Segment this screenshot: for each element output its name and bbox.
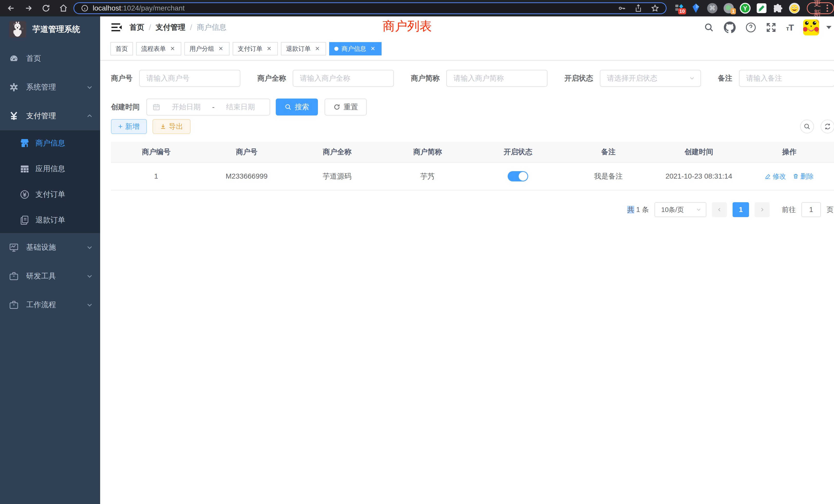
page-number-1[interactable]: 1 — [732, 202, 749, 217]
address-bar[interactable]: localhost:1024/pay/merchant — [73, 2, 666, 14]
short-name-input[interactable] — [446, 70, 547, 87]
sidebar-item-infrastructure[interactable]: 基础设施 — [0, 233, 100, 262]
app-logo-row[interactable]: 芋道管理系统 — [0, 17, 100, 42]
next-page-button[interactable] — [755, 202, 770, 217]
share-icon[interactable] — [635, 4, 642, 12]
app-title: 芋道管理系统 — [32, 24, 80, 35]
filter-label-merchant-no: 商户号 — [111, 73, 132, 83]
goto-label: 前往 — [782, 205, 796, 214]
tab-process-form[interactable]: 流程表单✕ — [136, 42, 181, 55]
font-size-icon[interactable]: тT — [786, 23, 793, 32]
close-icon[interactable]: ✕ — [217, 45, 224, 52]
sidebar-collapse-button[interactable] — [108, 19, 125, 36]
user-avatar[interactable] — [803, 20, 819, 36]
header-search-icon[interactable] — [704, 22, 714, 32]
breadcrumb-home[interactable]: 首页 — [129, 22, 144, 32]
search-button[interactable]: 搜索 — [276, 98, 318, 115]
browser-reload-button[interactable] — [39, 2, 53, 14]
filter-label-full-name: 商户全称 — [257, 73, 286, 83]
tab-refund-order[interactable]: 退款订单✕ — [281, 42, 326, 55]
page-size-select[interactable]: 10条/页 — [655, 202, 706, 217]
extension-y-icon[interactable]: Y — [740, 3, 751, 14]
back-arrow-icon — [7, 4, 16, 13]
tab-user-group[interactable]: 用户分组✕ — [184, 42, 229, 55]
page-size-value: 10条/页 — [661, 205, 696, 214]
remark-input[interactable] — [739, 70, 834, 87]
reset-button[interactable]: 重置 — [325, 98, 367, 115]
extension-tabs-icon[interactable]: 10 — [674, 3, 685, 14]
collapse-sidebar-icon — [111, 23, 122, 32]
sidebar-item-payment[interactable]: 支付管理 — [0, 101, 100, 130]
create-time-range-picker[interactable]: 开始日期 - 结束日期 — [146, 98, 270, 115]
close-icon[interactable]: ✕ — [314, 45, 321, 52]
download-icon — [160, 123, 167, 130]
total-count: 1 — [636, 206, 640, 213]
toggle-search-button[interactable] — [800, 120, 814, 134]
app-logo-rabbit — [9, 21, 26, 38]
home-icon — [59, 4, 68, 13]
column-header-create-time: 创建时间 — [654, 142, 744, 162]
goto-page-input[interactable] — [802, 202, 821, 217]
tab-home[interactable]: 首页 — [110, 42, 133, 55]
edit-link[interactable]: 修改 — [765, 172, 786, 181]
pagination-total: 共 1 条 — [627, 205, 649, 214]
calendar-icon — [153, 103, 160, 111]
github-icon[interactable] — [724, 22, 736, 33]
help-icon[interactable] — [745, 22, 756, 33]
sidebar-item-system[interactable]: 系统管理 — [0, 73, 100, 101]
browser-back-button[interactable] — [4, 2, 19, 14]
filter-label-create-time: 创建时间 — [111, 102, 140, 112]
add-button[interactable]: + 新增 — [111, 119, 147, 134]
sidebar-item-pay-order[interactable]: 支付订单 — [0, 182, 100, 207]
full-name-input[interactable] — [293, 70, 394, 87]
tab-merchant-info[interactable]: 商户信息✕ — [329, 42, 381, 55]
browser-update-button[interactable]: 更新 — [807, 2, 834, 14]
refresh-table-button[interactable] — [821, 120, 834, 134]
end-date-placeholder[interactable]: 结束日期 — [217, 102, 264, 112]
close-icon[interactable]: ✕ — [265, 45, 273, 52]
merchant-no-input[interactable] — [139, 70, 240, 87]
profile-emoji-avatar[interactable] — [789, 3, 800, 14]
extension-recorder-icon[interactable]: 1 — [723, 3, 734, 14]
fullscreen-icon[interactable] — [766, 22, 776, 32]
start-date-placeholder[interactable]: 开始日期 — [163, 102, 210, 112]
breadcrumb-separator: / — [149, 23, 151, 32]
sidebar-item-merchant-info[interactable]: 商户信息 — [0, 130, 100, 156]
page-info-icon[interactable] — [81, 4, 89, 12]
cell-full-name: 芋道源码 — [292, 163, 382, 190]
extension-command-icon[interactable]: ⌘ — [707, 3, 718, 14]
tab-pay-order[interactable]: 支付订单✕ — [233, 42, 278, 55]
sidebar-item-dev-tools[interactable]: 研发工具 — [0, 262, 100, 291]
column-header-status: 开启状态 — [473, 142, 563, 162]
browser-home-button[interactable] — [56, 2, 71, 14]
url-path: :1024/pay/merchant — [121, 4, 185, 12]
sidebar-item-workflow[interactable]: 工作流程 — [0, 291, 100, 319]
export-button[interactable]: 导出 — [153, 119, 191, 134]
bookmark-star-icon[interactable] — [651, 4, 659, 12]
close-icon[interactable]: ✕ — [369, 45, 376, 52]
chevron-down-icon — [86, 273, 93, 279]
status-toggle-on[interactable] — [508, 171, 528, 181]
breadcrumb-payment[interactable]: 支付管理 — [156, 22, 185, 32]
delete-link[interactable]: 删除 — [793, 172, 814, 181]
tab-label: 首页 — [115, 45, 128, 53]
pagination: 共 1 条 10条/页 1 前往 页 — [100, 190, 834, 217]
browser-menu-icon[interactable] — [827, 5, 828, 12]
extension-chat-icon[interactable] — [756, 3, 767, 14]
sidebar-item-app-info[interactable]: 应用信息 — [0, 156, 100, 182]
pay-order-icon — [20, 190, 30, 199]
sidebar-item-home[interactable]: 首页 — [0, 44, 100, 73]
prev-page-button[interactable] — [712, 202, 727, 217]
close-icon[interactable]: ✕ — [169, 45, 176, 52]
password-key-icon[interactable] — [617, 4, 626, 12]
browser-forward-button[interactable] — [21, 2, 36, 14]
sidebar-item-refund-order[interactable]: 退款订单 — [0, 207, 100, 233]
status-select[interactable]: 请选择开启状态 — [600, 70, 701, 87]
avatar-dropdown-caret[interactable] — [826, 26, 831, 29]
search-form: 商户号 商户全称 商户简称 开启状态 请选择开启状态 — [100, 61, 834, 115]
extensions-puzzle-icon[interactable] — [772, 3, 784, 14]
extension-pin-icon[interactable] — [690, 3, 702, 14]
sidebar-item-label: 基础设施 — [26, 242, 56, 253]
update-label: 更新 — [814, 0, 821, 18]
y-extension-icon: Y — [740, 3, 751, 14]
